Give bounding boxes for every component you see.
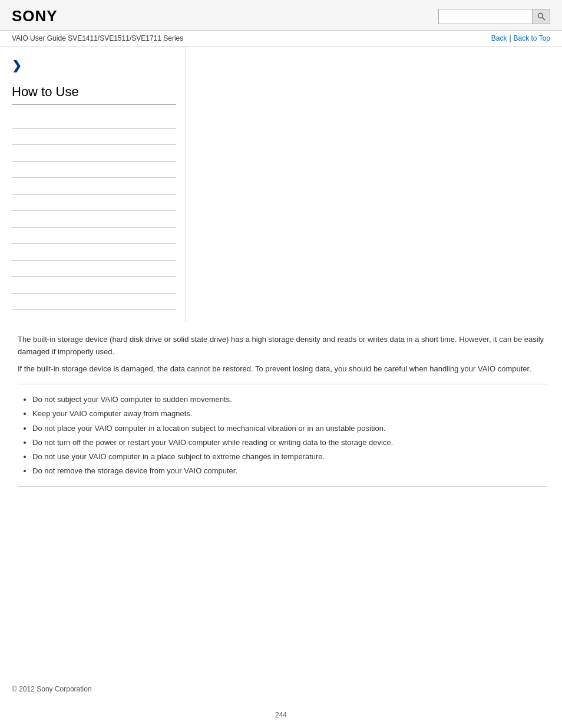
bullet-list: Do not subject your VAIO computer to sud… (18, 393, 547, 477)
content-area: The built-in storage device (hard disk d… (0, 322, 562, 676)
main-content: ❯ How to Use The built-in storage device… (0, 47, 562, 676)
back-link[interactable]: Back (491, 34, 507, 42)
search-input[interactable] (438, 9, 533, 24)
navbar-links: Back | Back to Top (491, 34, 550, 42)
list-item[interactable] (12, 112, 176, 129)
list-item[interactable] (12, 162, 176, 178)
sidebar: ❯ How to Use (0, 47, 186, 322)
section-title: How to Use (12, 84, 176, 105)
content-divider-bottom (18, 486, 547, 487)
content-intro: The built-in storage device (hard disk d… (18, 334, 547, 375)
list-item[interactable] (12, 211, 176, 228)
intro-paragraph-2: If the built-in storage device is damage… (18, 363, 547, 375)
separator: | (509, 34, 511, 42)
search-area (438, 9, 550, 24)
bullet-item: Do not remove the storage device from yo… (32, 465, 547, 477)
intro-paragraph-1: The built-in storage device (hard disk d… (18, 334, 547, 358)
content-divider (18, 384, 547, 384)
list-item[interactable] (12, 129, 176, 145)
svg-point-0 (538, 13, 543, 18)
list-item[interactable] (12, 244, 176, 261)
copyright: © 2012 Sony Corporation (0, 676, 562, 702)
bullet-item: Do not subject your VAIO computer to sud… (32, 393, 547, 406)
chevron-right-icon: ❯ (12, 58, 176, 73)
search-button[interactable] (533, 9, 550, 24)
list-item[interactable] (12, 195, 176, 211)
list-item[interactable] (12, 145, 176, 162)
list-item[interactable] (12, 294, 176, 310)
bullet-item: Keep your VAIO computer away from magnet… (32, 407, 547, 420)
bullet-item: Do not place your VAIO computer in a loc… (32, 422, 547, 435)
back-to-top-link[interactable]: Back to Top (514, 34, 550, 42)
navbar-title: VAIO User Guide SVE1411/SVE1511/SVE1711 … (12, 34, 183, 42)
page-number: 244 (0, 702, 562, 728)
list-item[interactable] (12, 277, 176, 294)
bullet-item: Do not turn off the power or restart you… (32, 436, 547, 449)
bullet-item: Do not use your VAIO computer in a place… (32, 450, 547, 463)
header: SONY (0, 0, 562, 31)
search-icon (537, 12, 546, 21)
list-item[interactable] (12, 261, 176, 277)
navbar: VAIO User Guide SVE1411/SVE1511/SVE1711 … (0, 31, 562, 47)
svg-line-1 (542, 17, 545, 20)
list-item[interactable] (12, 228, 176, 244)
list-item[interactable] (12, 178, 176, 195)
bottom-section: © 2012 Sony Corporation 244 (0, 676, 562, 728)
sony-logo: SONY (12, 7, 58, 25)
